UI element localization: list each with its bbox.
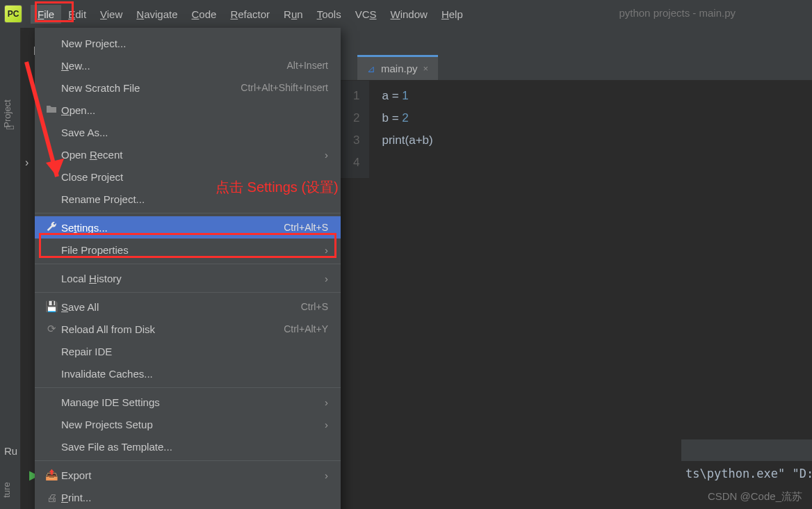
menu-code[interactable]: Code xyxy=(185,5,224,24)
menu-file-properties[interactable]: File Properties› xyxy=(35,239,341,261)
chevron-right-icon: › xyxy=(325,396,328,408)
wrench-icon xyxy=(43,221,60,234)
menu-new-projects-setup[interactable]: New Projects Setup› xyxy=(35,413,341,435)
menu-local-history[interactable]: Local History› xyxy=(35,267,341,289)
project-expand-icon[interactable]: › xyxy=(25,156,29,169)
reload-icon: ⟳ xyxy=(43,323,60,335)
project-tool-button[interactable]: Project xyxy=(2,99,13,127)
code-editor[interactable]: 1234 a = 1 b = 2 print(a+b) xyxy=(341,81,812,178)
menu-open[interactable]: Open... xyxy=(35,99,341,121)
console-output: ts\python.exe" "D:\python projects\main.… xyxy=(681,461,812,480)
editor-tabs: ⊿ main.py × xyxy=(341,28,812,81)
menu-invalidate-caches[interactable]: Invalidate Caches... xyxy=(35,362,341,385)
menu-save-as[interactable]: Save As... xyxy=(35,121,341,143)
line-gutter: 1234 xyxy=(341,81,369,178)
menu-window[interactable]: Window xyxy=(384,5,435,24)
chevron-right-icon: › xyxy=(325,419,328,430)
pycharm-icon: PC xyxy=(4,5,22,23)
separator xyxy=(35,460,341,461)
menu-save-file-template[interactable]: Save File as Template... xyxy=(35,435,341,458)
menu-help[interactable]: Help xyxy=(435,5,470,24)
menu-repair-ide[interactable]: Repair IDE xyxy=(35,340,341,362)
menu-save-all[interactable]: 💾Save AllCtrl+S xyxy=(35,296,341,318)
tab-main-py[interactable]: ⊿ main.py × xyxy=(357,55,438,80)
menu-new-scratch[interactable]: New Scratch FileCtrl+Alt+Shift+Insert xyxy=(35,76,341,99)
file-menu-popup: New Project... New...Alt+Insert New Scra… xyxy=(35,28,341,509)
menu-manage-ide-settings[interactable]: Manage IDE Settings› xyxy=(35,391,341,413)
menu-view[interactable]: View xyxy=(93,5,129,24)
menubar: PC File Edit View Navigate Code Refactor… xyxy=(0,0,812,28)
menu-reload-disk[interactable]: ⟳Reload All from DiskCtrl+Alt+Y xyxy=(35,318,341,340)
menu-refactor[interactable]: Refactor xyxy=(223,5,277,24)
editor-area: ⊿ main.py × 1234 a = 1 b = 2 print(a+b) … xyxy=(341,28,812,509)
menu-edit[interactable]: Edit xyxy=(61,5,93,24)
print-icon: 🖨 xyxy=(43,492,60,503)
separator xyxy=(35,387,341,388)
separator xyxy=(35,292,341,293)
menu-tools[interactable]: Tools xyxy=(310,5,348,24)
window-title: python projects - main.py xyxy=(619,7,736,19)
menu-vcs[interactable]: VCS xyxy=(348,5,384,24)
menu-run[interactable]: Run xyxy=(277,5,310,24)
chevron-right-icon: › xyxy=(325,244,328,256)
menu-new[interactable]: New...Alt+Insert xyxy=(35,54,341,76)
annotation-text: 点击 Settings (设置) xyxy=(216,178,339,197)
menu-file[interactable]: File xyxy=(31,5,61,24)
python-file-icon: ⊿ xyxy=(367,63,375,74)
console-bar xyxy=(681,440,812,461)
folder-icon xyxy=(43,104,60,116)
export-icon: 📤 xyxy=(43,469,60,481)
tab-label: main.py xyxy=(381,63,418,74)
save-icon: 💾 xyxy=(43,300,60,313)
separator xyxy=(35,264,341,264)
structure-tool-button[interactable]: ture xyxy=(1,482,12,497)
separator xyxy=(35,213,341,213)
code-content[interactable]: a = 1 b = 2 print(a+b) xyxy=(369,81,445,178)
chevron-right-icon: › xyxy=(325,149,328,161)
menu-navigate[interactable]: Navigate xyxy=(129,5,184,24)
menu-settings[interactable]: Settings...Ctrl+Alt+S xyxy=(35,216,341,239)
close-icon[interactable]: × xyxy=(423,63,429,74)
watermark: CSDN @Code_流苏 xyxy=(708,490,802,503)
run-tab-stub[interactable]: Ru xyxy=(4,445,17,457)
chevron-right-icon: › xyxy=(325,469,328,481)
menu-print[interactable]: 🖨Print... xyxy=(35,486,341,508)
menu-export[interactable]: 📤Export› xyxy=(35,464,341,486)
left-tool-gutter: Project ▭ ture xyxy=(0,28,21,509)
chevron-right-icon: › xyxy=(325,273,328,284)
menu-open-recent[interactable]: Open Recent› xyxy=(35,143,341,165)
menu-new-project[interactable]: New Project... xyxy=(35,32,341,54)
